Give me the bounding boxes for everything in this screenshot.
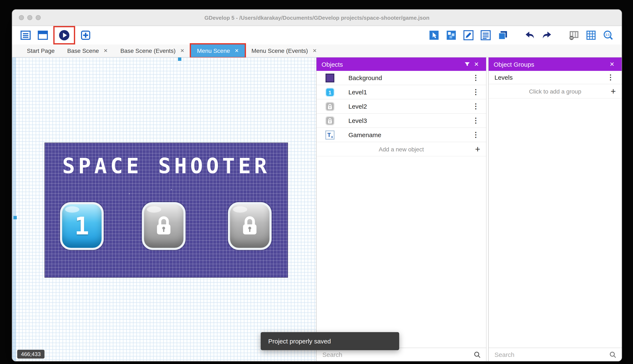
object-label: Background: [349, 74, 382, 81]
redo-icon[interactable]: [541, 29, 553, 41]
scene-resize-handle-left[interactable]: [14, 216, 17, 219]
tabbar: Start Page Base Scene ✕ Base Scene (Even…: [12, 44, 622, 58]
toolbar-right: 1:1: [428, 29, 614, 41]
tab-label: Menu Scene (Events): [251, 48, 308, 54]
object-menu-icon[interactable]: ⋮: [471, 88, 481, 96]
object-groups-panel-close-icon[interactable]: ✕: [607, 61, 617, 68]
level1-button-instance[interactable]: 1: [60, 202, 104, 250]
object-row-gamename[interactable]: T x Gamename ⋮: [316, 128, 486, 142]
tab-close-icon[interactable]: ✕: [235, 48, 239, 54]
svg-text:1: 1: [329, 90, 331, 95]
object-label: Level3: [349, 117, 367, 124]
toast-message: Project properly saved: [268, 338, 331, 345]
tab-base-scene[interactable]: Base Scene ✕: [61, 44, 114, 57]
object-row-level1[interactable]: 1 Level1 ⋮: [316, 85, 486, 100]
svg-text:T: T: [327, 132, 331, 138]
objects-editor-icon[interactable]: [428, 29, 440, 41]
tab-label: Base Scene: [67, 48, 99, 54]
add-group-button[interactable]: Click to add a group +: [489, 84, 622, 98]
plus-icon: +: [610, 87, 616, 96]
project-manager-icon[interactable]: [20, 29, 32, 41]
scene-window-icon[interactable]: [37, 29, 49, 41]
add-new-object-label: Add a new object: [379, 146, 424, 152]
scene-title-instance[interactable]: SPACE SHOOTER: [45, 154, 287, 178]
zoom-label: 1:1: [605, 33, 610, 36]
toolbar: 1:1: [12, 26, 622, 44]
object-row-level2[interactable]: Level2 ⋮: [316, 100, 486, 114]
object-groups-panel: Object Groups ✕ Levels ⋮ Click to add a …: [488, 58, 622, 361]
objects-panel-header: Objects ✕: [316, 58, 486, 71]
close-window-button[interactable]: [19, 15, 24, 20]
tab-start-page[interactable]: Start Page: [21, 44, 61, 57]
minimize-window-button[interactable]: [27, 15, 32, 20]
scene-resize-handle-top[interactable]: [178, 58, 181, 61]
object-menu-icon[interactable]: ⋮: [471, 130, 481, 139]
object-groups-panel-title: Object Groups: [494, 60, 534, 68]
object-groups-editor-icon[interactable]: [445, 29, 457, 41]
object-row-background[interactable]: Background ⋮: [316, 71, 486, 85]
objects-search-input[interactable]: [322, 350, 470, 358]
search-icon[interactable]: [473, 351, 481, 358]
tab-menu-scene[interactable]: Menu Scene ✕: [191, 44, 245, 57]
plus-icon: +: [475, 145, 480, 154]
lock-icon: [154, 216, 173, 236]
save-toast: Project properly saved: [261, 332, 399, 350]
groups-search-input[interactable]: [494, 350, 606, 358]
background-object-icon: [325, 73, 335, 83]
object-label: Level2: [349, 103, 367, 110]
window-title: GDevelop 5 - /Users/dkarakay/Documents/G…: [204, 14, 429, 21]
search-icon[interactable]: [609, 351, 617, 358]
level1-button-label: 1: [75, 212, 89, 240]
object-label: Level1: [349, 88, 367, 96]
object-menu-icon[interactable]: ⋮: [471, 74, 481, 82]
tab-menu-scene-events[interactable]: Menu Scene (Events) ✕: [245, 44, 323, 57]
undo-icon[interactable]: [524, 29, 536, 41]
tab-label: Base Scene (Events): [120, 48, 175, 54]
tab-base-scene-events[interactable]: Base Scene (Events) ✕: [114, 44, 191, 57]
tab-label: Start Page: [27, 48, 55, 54]
add-new-object-button[interactable]: Add a new object +: [316, 142, 486, 156]
toolbar-left: [20, 29, 92, 41]
object-menu-icon[interactable]: ⋮: [471, 116, 481, 125]
tab-close-icon[interactable]: ✕: [312, 48, 317, 54]
zoom-1-1-icon[interactable]: 1:1: [602, 29, 614, 41]
objects-panel-title: Objects: [322, 60, 343, 68]
level1-object-icon: 1: [325, 87, 335, 97]
editor-content: SPACE SHOOTER 1: [12, 58, 622, 361]
lock-icon: [240, 216, 259, 236]
layers-icon[interactable]: [497, 29, 509, 41]
group-row-levels[interactable]: Levels ⋮: [489, 71, 622, 84]
zoom-window-button[interactable]: [36, 15, 41, 20]
tab-close-icon[interactable]: ✕: [180, 48, 184, 54]
grid-icon[interactable]: [585, 29, 597, 41]
level2-button-instance[interactable]: [142, 202, 186, 250]
screenshot-stage: GDevelop 5 - /Users/dkarakay/Documents/G…: [0, 0, 633, 364]
svg-text:x: x: [331, 135, 333, 138]
level2-object-icon: [325, 101, 335, 111]
traffic-lights: [19, 10, 41, 26]
group-menu-icon[interactable]: ⋮: [605, 73, 616, 82]
level3-button-instance[interactable]: [228, 202, 271, 250]
debug-icon[interactable]: [80, 29, 92, 41]
text-object-icon: T x: [325, 130, 335, 140]
objects-panel: Objects ✕ Background: [316, 58, 486, 361]
gdevelop-window: GDevelop 5 - /Users/dkarakay/Documents/G…: [12, 9, 622, 362]
objects-panel-close-icon[interactable]: ✕: [472, 61, 481, 68]
properties-pencil-icon[interactable]: [463, 29, 474, 41]
preview-play-button[interactable]: [58, 29, 70, 41]
object-menu-icon[interactable]: ⋮: [471, 102, 481, 111]
groups-search-row: [489, 348, 622, 361]
scene-canvas[interactable]: SPACE SHOOTER 1: [12, 58, 316, 361]
scene-preview[interactable]: SPACE SHOOTER 1: [45, 142, 288, 278]
object-label: Gamename: [349, 131, 381, 138]
object-groups-panel-header: Object Groups ✕: [489, 58, 622, 71]
instances-list-icon[interactable]: [480, 29, 492, 41]
tab-close-icon[interactable]: ✕: [104, 48, 108, 54]
tab-label: Menu Scene: [197, 48, 230, 54]
object-row-level3[interactable]: Level3 ⋮: [316, 114, 486, 128]
filter-icon[interactable]: [463, 60, 472, 69]
group-label: Levels: [494, 74, 513, 81]
add-group-label: Click to add a group: [529, 88, 581, 94]
render-options-icon[interactable]: [568, 29, 580, 41]
level3-object-icon: [325, 116, 335, 126]
